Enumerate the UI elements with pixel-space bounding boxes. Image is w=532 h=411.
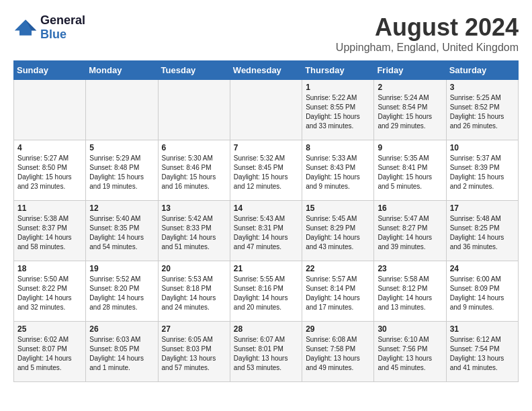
week-row-2: 4 Sunrise: 5:27 AM Sunset: 8:50 PM Dayli… (14, 140, 519, 201)
daylight-label: Daylight: 15 hours and 5 minutes. (378, 173, 432, 190)
sunset-label: Sunset: 8:29 PM (306, 224, 355, 232)
day-number: 17 (450, 203, 515, 213)
sunset-label: Sunset: 8:07 PM (17, 345, 67, 353)
sunrise-label: Sunrise: 5:33 AM (306, 154, 357, 162)
weekday-header-wednesday: Wednesday (230, 61, 302, 80)
sunset-label: Sunset: 8:03 PM (162, 345, 212, 353)
daylight-label: Daylight: 13 hours and 49 minutes. (306, 355, 360, 371)
calendar-cell: 30 Sunrise: 6:10 AM Sunset: 7:56 PM Dayl… (374, 322, 446, 382)
calendar-cell: 31 Sunrise: 6:12 AM Sunset: 7:54 PM Dayl… (446, 322, 518, 382)
calendar-cell: 20 Sunrise: 5:53 AM Sunset: 8:18 PM Dayl… (158, 261, 230, 322)
daylight-label: Daylight: 14 hours and 51 minutes. (162, 234, 216, 250)
cell-content: Sunrise: 5:50 AM Sunset: 8:22 PM Dayligh… (17, 275, 82, 312)
sunrise-label: Sunrise: 6:02 AM (17, 336, 69, 343)
weekday-header-friday: Friday (374, 61, 446, 80)
day-number: 10 (450, 143, 515, 152)
calendar-cell: 28 Sunrise: 6:07 AM Sunset: 8:01 PM Dayl… (230, 322, 302, 382)
daylight-label: Daylight: 15 hours and 29 minutes. (378, 113, 432, 130)
cell-content: Sunrise: 6:02 AM Sunset: 8:07 PM Dayligh… (17, 335, 82, 373)
sunrise-label: Sunrise: 5:58 AM (378, 275, 429, 283)
day-number: 31 (450, 324, 515, 334)
sunrise-label: Sunrise: 5:24 AM (378, 94, 429, 101)
cell-content: Sunrise: 6:00 AM Sunset: 8:09 PM Dayligh… (450, 275, 515, 312)
sunset-label: Sunset: 8:20 PM (89, 285, 139, 292)
week-row-1: 1 Sunrise: 5:22 AM Sunset: 8:55 PM Dayli… (14, 80, 519, 140)
sunset-label: Sunset: 8:01 PM (234, 345, 283, 353)
calendar-cell: 9 Sunrise: 5:35 AM Sunset: 8:41 PM Dayli… (374, 140, 446, 201)
sunrise-label: Sunrise: 5:52 AM (89, 275, 140, 283)
sunset-label: Sunset: 8:41 PM (378, 164, 427, 171)
sunrise-label: Sunrise: 5:53 AM (162, 275, 213, 283)
day-number: 28 (234, 324, 298, 334)
cell-content: Sunrise: 5:52 AM Sunset: 8:20 PM Dayligh… (89, 275, 154, 312)
daylight-label: Daylight: 14 hours and 54 minutes. (89, 234, 144, 250)
cell-content: Sunrise: 5:55 AM Sunset: 8:16 PM Dayligh… (234, 275, 298, 312)
cell-content: Sunrise: 5:38 AM Sunset: 8:37 PM Dayligh… (17, 214, 82, 252)
cell-content: Sunrise: 5:35 AM Sunset: 8:41 PM Dayligh… (378, 154, 442, 191)
cell-content: Sunrise: 5:47 AM Sunset: 8:27 PM Dayligh… (378, 214, 442, 252)
sunset-label: Sunset: 7:58 PM (306, 345, 355, 353)
sunrise-label: Sunrise: 6:12 AM (450, 336, 501, 343)
calendar-cell: 23 Sunrise: 5:58 AM Sunset: 8:12 PM Dayl… (374, 261, 446, 322)
calendar-cell: 17 Sunrise: 5:48 AM Sunset: 8:25 PM Dayl… (446, 201, 518, 261)
sunset-label: Sunset: 8:09 PM (450, 285, 500, 292)
daylight-label: Daylight: 14 hours and 43 minutes. (306, 234, 360, 250)
day-number: 20 (162, 264, 226, 273)
sunset-label: Sunset: 8:55 PM (306, 103, 355, 111)
daylight-label: Daylight: 14 hours and 47 minutes. (234, 234, 288, 250)
calendar-cell: 3 Sunrise: 5:25 AM Sunset: 8:52 PM Dayli… (446, 80, 518, 140)
calendar-cell: 19 Sunrise: 5:52 AM Sunset: 8:20 PM Dayl… (86, 261, 158, 322)
day-number: 7 (234, 143, 298, 152)
cell-content: Sunrise: 6:03 AM Sunset: 8:05 PM Dayligh… (89, 335, 154, 373)
cell-content: Sunrise: 5:24 AM Sunset: 8:54 PM Dayligh… (378, 93, 442, 131)
sunrise-label: Sunrise: 6:05 AM (162, 336, 213, 343)
sunset-label: Sunset: 8:54 PM (378, 103, 427, 111)
sunset-label: Sunset: 8:35 PM (89, 224, 139, 232)
calendar-cell: 5 Sunrise: 5:29 AM Sunset: 8:48 PM Dayli… (86, 140, 158, 201)
sunset-label: Sunset: 8:16 PM (234, 285, 283, 292)
calendar-cell: 12 Sunrise: 5:40 AM Sunset: 8:35 PM Dayl… (86, 201, 158, 261)
sunrise-label: Sunrise: 5:47 AM (378, 215, 429, 222)
daylight-label: Daylight: 13 hours and 57 minutes. (162, 355, 216, 371)
logo-general: General (40, 13, 85, 27)
sunset-label: Sunset: 7:56 PM (378, 345, 427, 353)
sunrise-label: Sunrise: 5:25 AM (450, 94, 501, 101)
cell-content: Sunrise: 5:57 AM Sunset: 8:14 PM Dayligh… (306, 275, 370, 312)
calendar-cell: 14 Sunrise: 5:43 AM Sunset: 8:31 PM Dayl… (230, 201, 302, 261)
page-header: General Blue August 2024 Uppingham, Engl… (13, 13, 519, 54)
calendar-cell: 2 Sunrise: 5:24 AM Sunset: 8:54 PM Dayli… (374, 80, 446, 140)
calendar-cell: 4 Sunrise: 5:27 AM Sunset: 8:50 PM Dayli… (14, 140, 86, 201)
daylight-label: Daylight: 14 hours and 36 minutes. (450, 234, 504, 250)
daylight-label: Daylight: 14 hours and 39 minutes. (378, 234, 432, 250)
sunrise-label: Sunrise: 5:22 AM (306, 94, 357, 101)
day-number: 5 (89, 143, 154, 152)
sunset-label: Sunset: 8:14 PM (306, 285, 355, 292)
sunset-label: Sunset: 7:54 PM (450, 345, 500, 353)
day-number: 1 (306, 83, 370, 92)
cell-content: Sunrise: 5:40 AM Sunset: 8:35 PM Dayligh… (89, 214, 154, 252)
cell-content: Sunrise: 5:53 AM Sunset: 8:18 PM Dayligh… (162, 275, 226, 312)
sunset-label: Sunset: 8:33 PM (162, 224, 212, 232)
day-number: 23 (378, 264, 442, 273)
daylight-label: Daylight: 15 hours and 2 minutes. (450, 173, 504, 190)
sunset-label: Sunset: 8:05 PM (89, 345, 139, 353)
cell-content: Sunrise: 5:33 AM Sunset: 8:43 PM Dayligh… (306, 154, 370, 191)
sunset-label: Sunset: 8:45 PM (234, 164, 283, 171)
daylight-label: Daylight: 15 hours and 12 minutes. (234, 173, 288, 190)
sunset-label: Sunset: 8:50 PM (17, 164, 67, 171)
sunset-label: Sunset: 8:46 PM (162, 164, 212, 171)
calendar-cell: 24 Sunrise: 6:00 AM Sunset: 8:09 PM Dayl… (446, 261, 518, 322)
week-row-4: 18 Sunrise: 5:50 AM Sunset: 8:22 PM Dayl… (14, 261, 519, 322)
cell-content: Sunrise: 5:37 AM Sunset: 8:39 PM Dayligh… (450, 154, 515, 191)
daylight-label: Daylight: 14 hours and 9 minutes. (450, 294, 504, 311)
calendar-cell: 22 Sunrise: 5:57 AM Sunset: 8:14 PM Dayl… (302, 261, 374, 322)
sunrise-label: Sunrise: 5:40 AM (89, 215, 140, 222)
sunset-label: Sunset: 8:37 PM (17, 224, 67, 232)
sunrise-label: Sunrise: 5:37 AM (450, 154, 501, 162)
sunrise-label: Sunrise: 5:32 AM (234, 154, 285, 162)
sunset-label: Sunset: 8:48 PM (89, 164, 139, 171)
calendar-cell: 25 Sunrise: 6:02 AM Sunset: 8:07 PM Dayl… (14, 322, 86, 382)
sunrise-label: Sunrise: 5:27 AM (17, 154, 69, 162)
calendar-cell: 21 Sunrise: 5:55 AM Sunset: 8:16 PM Dayl… (230, 261, 302, 322)
sunrise-label: Sunrise: 5:35 AM (378, 154, 429, 162)
